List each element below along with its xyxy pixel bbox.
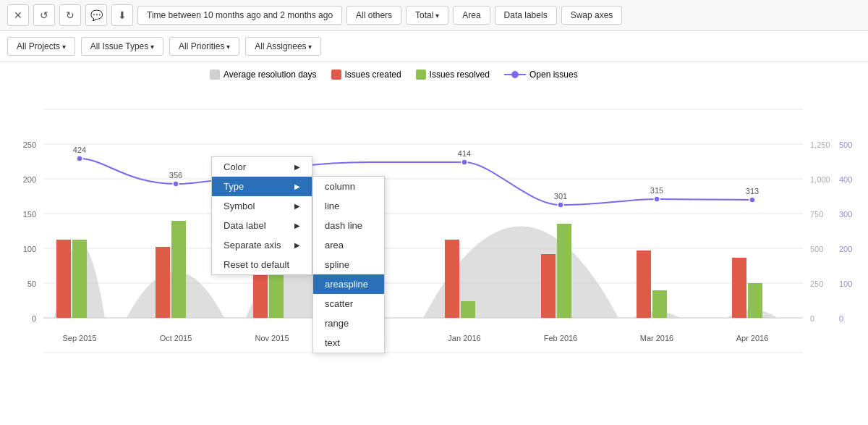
type-text[interactable]: text [313, 333, 384, 353]
svg-point-53 [461, 159, 467, 165]
svg-text:Nov 2015: Nov 2015 [255, 334, 289, 342]
svg-point-55 [654, 196, 660, 202]
svg-point-52 [173, 181, 179, 187]
context-menu: Color ▶ Type ▶ Symbol ▶ Data label ▶ Sep… [211, 156, 312, 275]
svg-text:315: 315 [650, 186, 663, 195]
svg-rect-40 [541, 254, 556, 318]
legend-resolved-color [416, 70, 426, 80]
svg-rect-41 [637, 251, 651, 318]
svg-rect-48 [557, 224, 571, 318]
svg-text:Apr 2016: Apr 2016 [736, 334, 769, 342]
svg-text:300: 300 [839, 210, 852, 219]
data-labels-button[interactable]: Data labels [495, 6, 557, 25]
menu-item-separate-axis-label: Separate axis [224, 240, 281, 251]
svg-text:200: 200 [23, 175, 36, 184]
svg-text:100: 100 [839, 279, 852, 288]
area-button[interactable]: Area [453, 6, 490, 25]
legend-created-label: Issues created [345, 70, 401, 80]
svg-rect-39 [445, 240, 459, 318]
type-range[interactable]: range [313, 314, 384, 333]
legend-avg-resolution: Average resolution days [210, 70, 317, 80]
all-priorities-filter[interactable]: All Priorities [169, 37, 239, 56]
all-issue-types-filter[interactable]: All Issue Types [81, 37, 163, 56]
svg-rect-44 [171, 221, 186, 318]
svg-text:250: 250 [810, 279, 823, 288]
submenu-arrow-type: ▶ [294, 182, 300, 190]
svg-text:400: 400 [839, 175, 852, 184]
submenu-arrow-symbol: ▶ [294, 202, 300, 210]
legend-open-issues: Open issues [504, 70, 578, 80]
menu-item-type-label: Type [224, 181, 244, 192]
legend-issues-created: Issues created [331, 70, 401, 80]
menu-item-reset-label: Reset to default [224, 259, 289, 270]
svg-text:Jan 2016: Jan 2016 [448, 334, 480, 342]
svg-text:0: 0 [810, 314, 814, 323]
svg-point-54 [558, 202, 563, 208]
menu-item-separate-axis[interactable]: Separate axis ▶ [212, 235, 312, 255]
type-line[interactable]: line [313, 196, 384, 216]
comment-button[interactable]: 💬 [85, 4, 107, 26]
type-area[interactable]: area [313, 235, 384, 255]
type-scatter[interactable]: scatter [313, 294, 384, 314]
swap-axes-button[interactable]: Swap axes [561, 6, 623, 25]
total-button[interactable]: Total [406, 6, 448, 25]
chart-container: Average resolution days Issues created I… [0, 62, 868, 415]
type-submenu: column line dash line area spline areasp… [312, 176, 385, 353]
svg-text:Feb 2016: Feb 2016 [544, 334, 577, 342]
svg-text:200: 200 [839, 245, 852, 253]
svg-rect-47 [461, 301, 475, 318]
menu-item-reset[interactable]: Reset to default [212, 255, 312, 274]
menu-item-color-label: Color [224, 161, 246, 172]
toolbar: ✕ ↺ ↻ 💬 ⬇ Time between 10 months ago and… [0, 0, 868, 31]
svg-text:424: 424 [73, 146, 86, 154]
svg-rect-35 [56, 240, 71, 318]
all-projects-filter[interactable]: All Projects [7, 37, 75, 56]
all-others-button[interactable]: All others [346, 6, 401, 25]
svg-text:356: 356 [169, 171, 182, 180]
menu-item-symbol[interactable]: Symbol ▶ [212, 196, 312, 216]
undo-button[interactable]: ↺ [33, 4, 55, 26]
svg-text:150: 150 [23, 210, 36, 219]
svg-rect-50 [748, 283, 762, 318]
svg-text:0: 0 [32, 314, 36, 323]
legend-open-line [504, 74, 526, 75]
type-spline[interactable]: spline [313, 255, 384, 274]
legend: Average resolution days Issues created I… [0, 62, 868, 83]
svg-text:500: 500 [810, 245, 823, 253]
type-dash-line[interactable]: dash line [313, 216, 384, 235]
menu-item-type[interactable]: Type ▶ [212, 177, 312, 196]
svg-text:1,000: 1,000 [810, 175, 830, 184]
type-areaspline[interactable]: areaspline [313, 274, 384, 294]
close-button[interactable]: ✕ [7, 4, 29, 26]
svg-text:250: 250 [23, 140, 36, 149]
svg-text:0: 0 [839, 314, 843, 323]
submenu-arrow-data-label: ▶ [294, 222, 300, 230]
filter-bar: All Projects All Issue Types All Priorit… [0, 31, 868, 62]
time-range-button[interactable]: Time between 10 months ago and 2 months … [137, 6, 342, 25]
legend-avg-label: Average resolution days [224, 70, 317, 80]
menu-item-data-label-label: Data label [224, 220, 266, 231]
svg-point-51 [77, 156, 82, 161]
svg-rect-49 [652, 290, 667, 318]
svg-text:500: 500 [839, 140, 852, 149]
svg-text:750: 750 [810, 210, 823, 219]
menu-item-color[interactable]: Color ▶ [212, 157, 312, 177]
svg-text:Mar 2016: Mar 2016 [640, 334, 673, 342]
menu-item-data-label[interactable]: Data label ▶ [212, 216, 312, 235]
all-assignees-filter[interactable]: All Assignees [245, 37, 321, 56]
legend-open-label: Open issues [529, 70, 578, 80]
legend-avg-color [210, 70, 220, 80]
svg-text:1,250: 1,250 [810, 140, 830, 149]
svg-text:414: 414 [458, 149, 471, 158]
svg-text:Sep 2015: Sep 2015 [62, 334, 96, 342]
type-column[interactable]: column [313, 177, 384, 196]
svg-text:313: 313 [746, 187, 759, 195]
submenu-arrow-color: ▶ [294, 163, 300, 171]
redo-button[interactable]: ↻ [59, 4, 81, 26]
download-button[interactable]: ⬇ [111, 4, 133, 26]
svg-rect-43 [72, 240, 87, 318]
legend-issues-resolved: Issues resolved [416, 70, 490, 80]
legend-created-color [331, 70, 341, 80]
legend-resolved-label: Issues resolved [430, 70, 490, 80]
svg-rect-42 [732, 258, 746, 318]
